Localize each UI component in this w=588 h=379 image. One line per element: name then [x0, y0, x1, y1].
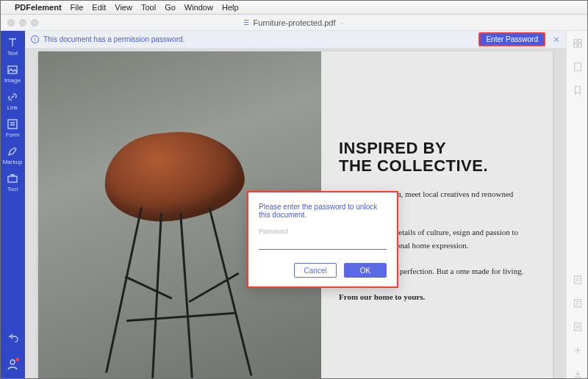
tool-form-label: Form [6, 131, 20, 138]
tool-more[interactable]: Tool [7, 173, 18, 192]
account-button[interactable] [7, 358, 18, 372]
svg-rect-1 [8, 120, 17, 129]
markup-icon [7, 145, 18, 157]
document-title: ☰ Furniture-protected.pdf ⌄ [243, 18, 345, 27]
text-icon [7, 37, 18, 48]
enter-password-button[interactable]: Enter Password [478, 32, 545, 46]
undo-icon [7, 331, 18, 342]
notification-dot [15, 358, 19, 361]
mac-menubar: PDFelement File Edit View Tool Go Window… [0, 0, 588, 15]
tool-image-label: Image [4, 77, 21, 84]
banner-close-icon[interactable]: ✕ [553, 35, 560, 45]
svg-rect-2 [8, 176, 17, 182]
attachment-icon[interactable] [573, 275, 583, 285]
right-sidebar [566, 31, 588, 379]
tool-form[interactable]: Form [6, 118, 20, 138]
document-name: Furniture-protected.pdf [254, 18, 336, 27]
window-zoom[interactable] [31, 19, 38, 26]
svg-point-12 [576, 325, 579, 328]
menu-edit[interactable]: Edit [92, 3, 106, 12]
center-area: i This document has a permission passwor… [25, 31, 566, 379]
tool-text[interactable]: Text [7, 37, 18, 57]
password-field-label: Password [259, 228, 387, 235]
menu-window[interactable]: Window [184, 3, 213, 12]
tool-image[interactable]: Image [4, 64, 21, 84]
add-panel-icon[interactable] [573, 345, 583, 355]
menu-tool[interactable]: Tool [141, 3, 156, 12]
app-name[interactable]: PDFelement [15, 3, 62, 12]
tool-text-label: Text [7, 50, 18, 57]
svg-rect-0 [8, 66, 17, 73]
comment-panel-icon[interactable] [573, 298, 583, 308]
export-panel-icon[interactable] [573, 369, 583, 379]
svg-rect-8 [574, 63, 581, 71]
permission-banner: i This document has a permission passwor… [25, 31, 566, 48]
menu-file[interactable]: File [71, 3, 84, 12]
svg-rect-11 [574, 323, 581, 331]
toolbox-icon [7, 173, 18, 184]
tool-link[interactable]: Link [7, 91, 18, 111]
pdf-icon: ☰ [243, 19, 249, 26]
menu-view[interactable]: View [115, 3, 132, 12]
cancel-button[interactable]: Cancel [294, 263, 337, 278]
svg-point-3 [10, 360, 15, 364]
workspace: Text Image Link Form Markup Tool [0, 31, 588, 379]
undo-button[interactable] [7, 331, 18, 344]
tool-markup[interactable]: Markup [3, 145, 23, 165]
menu-help[interactable]: Help [222, 3, 239, 12]
window-minimize[interactable] [19, 19, 26, 26]
window-titlebar: ☰ Furniture-protected.pdf ⌄ [0, 15, 588, 31]
tool-more-label: Tool [7, 186, 18, 192]
password-dialog: Please enter the password to unlock this… [247, 191, 398, 288]
tool-markup-label: Markup [3, 159, 23, 165]
bookmark-icon[interactable] [573, 85, 583, 95]
svg-rect-5 [578, 40, 581, 43]
thumbnails-icon[interactable] [573, 38, 583, 48]
image-icon [7, 64, 18, 76]
page-panel-icon[interactable] [573, 62, 583, 72]
password-input[interactable] [259, 237, 387, 250]
search-panel-icon[interactable] [573, 322, 583, 332]
info-icon: i [31, 35, 39, 43]
svg-rect-6 [573, 44, 576, 47]
password-prompt: Please enter the password to unlock this… [259, 203, 387, 219]
left-sidebar: Text Image Link Form Markup Tool [0, 31, 25, 379]
title-dropdown-icon[interactable]: ⌄ [340, 19, 345, 26]
menu-go[interactable]: Go [165, 3, 176, 12]
svg-rect-4 [573, 40, 576, 43]
form-icon [7, 118, 18, 130]
tool-link-label: Link [7, 104, 18, 111]
link-icon [7, 91, 18, 103]
svg-rect-9 [574, 276, 581, 284]
window-close[interactable] [7, 19, 15, 26]
ok-button[interactable]: OK [344, 263, 387, 278]
permission-message: This document has a permission password. [43, 35, 184, 43]
svg-rect-7 [578, 44, 581, 47]
traffic-lights [0, 19, 38, 26]
